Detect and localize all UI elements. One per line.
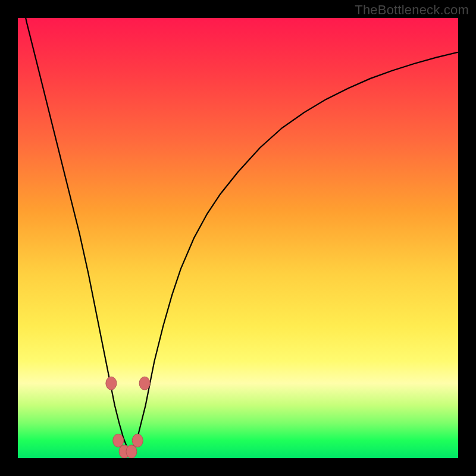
marker-dot xyxy=(126,445,137,458)
watermark-text: TheBottleneck.com xyxy=(355,2,469,18)
marker-group xyxy=(106,377,150,458)
marker-dot xyxy=(139,377,150,390)
chart-container: TheBottleneck.com xyxy=(0,0,476,476)
marker-dot xyxy=(113,434,124,447)
curve-layer xyxy=(18,18,458,458)
marker-dot xyxy=(106,377,117,390)
marker-dot xyxy=(132,434,143,447)
bottleneck-curve xyxy=(18,18,458,449)
